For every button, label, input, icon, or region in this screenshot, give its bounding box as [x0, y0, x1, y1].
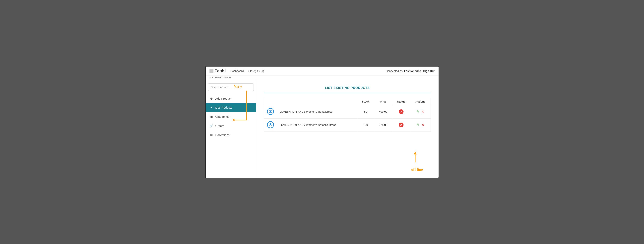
row2-view-cell — [264, 118, 277, 132]
separator: | — [422, 69, 422, 73]
row1-name-cell: LOVESHACKFANCY Women's Rena Dress — [277, 105, 357, 118]
col-header-name — [277, 98, 357, 105]
status-icon-2: ✕ — [399, 123, 404, 127]
sidebar-item-orders[interactable]: 🛒 Orders — [206, 121, 256, 130]
table-row: LOVESHACKFANCY Women's Rena Dress 50 400… — [264, 105, 430, 118]
connected-as-label: Connected as, — [386, 69, 403, 73]
user-name: Fashion Vibe — [404, 69, 421, 73]
row1-status: ✕ — [392, 105, 410, 118]
row1-actions: ✎ ✕ — [410, 105, 430, 118]
sidebar-item-categories[interactable]: ▣ Categories — [206, 112, 256, 121]
sidebar-item-orders-label: Orders — [216, 124, 224, 127]
row2-price: 325.00 — [374, 118, 392, 132]
section-divider — [264, 93, 431, 93]
view-button-1[interactable] — [267, 108, 274, 115]
col-header-price: Price — [374, 98, 392, 105]
annotation-offline: off line — [411, 167, 423, 172]
sidebar-item-list-products[interactable]: ≡ List Products — [206, 103, 256, 112]
top-nav-left: Fashi Dashboard Store(USD$) — [210, 68, 264, 74]
main-layout: ⊕ Add Product ≡ List Products ▣ Categori… — [206, 80, 438, 178]
view-button-2[interactable] — [267, 121, 274, 128]
edit-button-2[interactable]: ✎ — [416, 123, 420, 127]
section-title: LIST EXISTING PRODUCTS — [264, 86, 431, 90]
row2-status: ✕ — [392, 118, 410, 132]
row2-stock: 100 — [357, 118, 374, 132]
content-area: LIST EXISTING PRODUCTS Stock Price Statu… — [256, 80, 438, 178]
top-nav: Fashi Dashboard Store(USD$) Connected as… — [206, 66, 438, 76]
nav-store[interactable]: Store(USD$) — [248, 69, 264, 73]
product-table: Stock Price Status Actions LOVESHACKFANC… — [264, 98, 431, 132]
delete-button-1[interactable]: ✕ — [422, 110, 424, 114]
sign-out-link[interactable]: Sign Out — [423, 69, 434, 73]
sidebar-item-add-product-label: Add Product — [216, 97, 232, 100]
brand-name: Fashi — [214, 68, 226, 74]
table-row: LOVESHACKFANCY Women's Natasha Dress 100… — [264, 118, 430, 132]
categories-icon: ▣ — [210, 115, 214, 118]
edit-button-1[interactable]: ✎ — [416, 110, 420, 114]
search-box — [208, 83, 254, 91]
brand: Fashi — [210, 68, 226, 74]
row2-actions: ✎ ✕ — [410, 118, 430, 132]
top-nav-right: Connected as, Fashion Vibe | Sign Out — [386, 69, 435, 73]
status-icon-1: ✕ — [399, 109, 404, 114]
row1-stock: 50 — [357, 105, 374, 118]
list-products-icon: ≡ — [210, 106, 214, 109]
sidebar-item-add-product[interactable]: ⊕ Add Product — [206, 94, 256, 103]
admin-row: ⌂ ADMINISTRATOR — [206, 76, 438, 80]
add-product-icon: ⊕ — [210, 97, 214, 100]
search-input[interactable] — [208, 83, 254, 91]
sidebar: ⊕ Add Product ≡ List Products ▣ Categori… — [206, 80, 256, 178]
sidebar-item-categories-label: Categories — [216, 115, 230, 118]
orders-icon: 🛒 — [210, 124, 214, 128]
sidebar-item-collections[interactable]: ⊞ Collections — [206, 130, 256, 140]
col-header-status: Status — [392, 98, 410, 105]
col-header-stock: Stock — [357, 98, 374, 105]
col-header-view — [264, 98, 277, 105]
col-header-actions: Actions — [410, 98, 430, 105]
offline-arrow-svg — [408, 148, 423, 164]
row2-name-cell: LOVESHACKFANCY Women's Natasha Dress — [277, 118, 357, 132]
home-icon: ⌂ — [210, 76, 211, 79]
app-window: Fashi Dashboard Store(USD$) Connected as… — [205, 66, 439, 178]
row1-view-cell — [264, 105, 277, 118]
table-header-row: Stock Price Status Actions — [264, 98, 430, 105]
sidebar-item-list-products-label: List Products — [216, 106, 232, 109]
collections-icon: ⊞ — [210, 133, 214, 137]
delete-button-2[interactable]: ✕ — [422, 123, 424, 127]
row1-price: 400.00 — [374, 105, 392, 118]
brand-icon — [210, 69, 214, 73]
nav-dashboard[interactable]: Dashboard — [230, 69, 244, 73]
sidebar-item-collections-label: Collections — [216, 133, 230, 137]
admin-label: ADMINISTRATOR — [212, 76, 231, 79]
